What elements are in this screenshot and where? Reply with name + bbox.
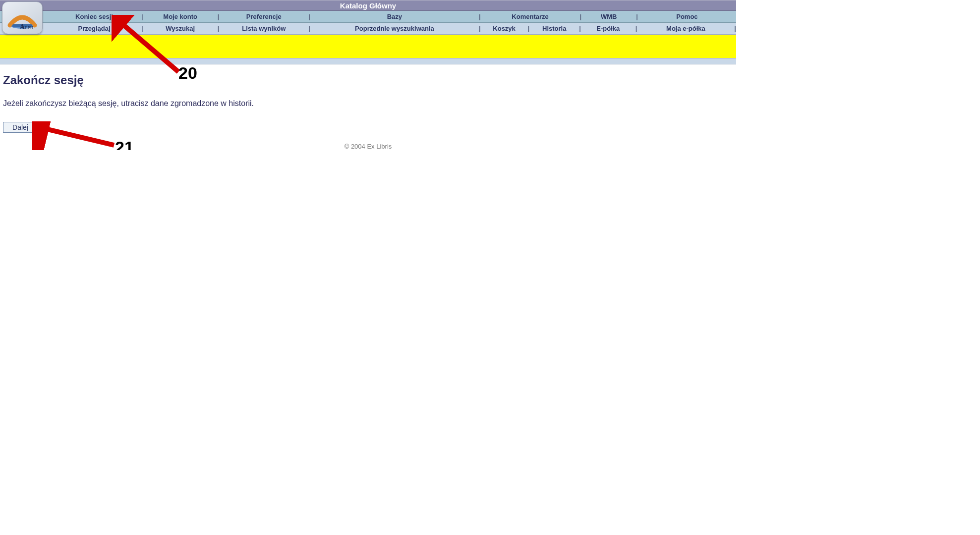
nav-help[interactable]: Pomoc	[676, 13, 697, 20]
title-bar: Katalog Główny	[0, 0, 736, 11]
nav-my-eshelf[interactable]: Moja e-półka	[666, 25, 705, 32]
page-heading: Zakończ sesję	[3, 73, 733, 87]
nav-databases[interactable]: Bazy	[387, 13, 402, 20]
aleph-logo[interactable]: A LEPH	[2, 1, 43, 34]
nav-preferences[interactable]: Preferencje	[246, 13, 282, 20]
session-warning-text: Jeżeli zakończysz bieżącą sesję, utracis…	[3, 99, 733, 108]
nav-comments[interactable]: Komentarze	[512, 13, 548, 20]
aleph-logo-icon: A LEPH	[5, 4, 40, 31]
nav-wmb[interactable]: WMB	[601, 13, 617, 20]
nav-prev-search[interactable]: Poprzednie wyszukiwania	[355, 25, 434, 32]
svg-text:LEPH: LEPH	[22, 25, 34, 30]
nav-browse[interactable]: Przeglądaj	[78, 25, 110, 32]
page: A LEPH Katalog Główny Koniec sesji| Moje…	[0, 0, 736, 150]
footer-copyright: © 2004 Ex Libris	[3, 143, 733, 150]
nav-history[interactable]: Historia	[542, 25, 566, 32]
nav-my-account[interactable]: Moje konto	[163, 13, 197, 20]
nav-end-session[interactable]: Koniec sesji	[75, 13, 113, 20]
nav-eshelf[interactable]: E-półka	[596, 25, 620, 32]
yellow-band	[0, 35, 736, 58]
annotation-label-20: 20	[178, 63, 197, 83]
nav-search[interactable]: Wyszukaj	[166, 25, 195, 32]
catalog-title: Katalog Główny	[340, 1, 396, 10]
main-content: Zakończ sesję Jeżeli zakończysz bieżącą …	[0, 64, 736, 150]
nav-basket[interactable]: Koszyk	[493, 25, 516, 32]
annotation-label-21: 21	[115, 138, 134, 150]
nav-results[interactable]: Lista wyników	[242, 25, 286, 32]
nav-row-top: Koniec sesji| Moje konto| Preferencje| B…	[0, 11, 736, 23]
blue-band	[0, 58, 736, 64]
continue-button[interactable]: Dalej	[3, 122, 38, 133]
nav-row-bottom: Przeglądaj| Wyszukaj| Lista wyników| Pop…	[0, 23, 736, 35]
